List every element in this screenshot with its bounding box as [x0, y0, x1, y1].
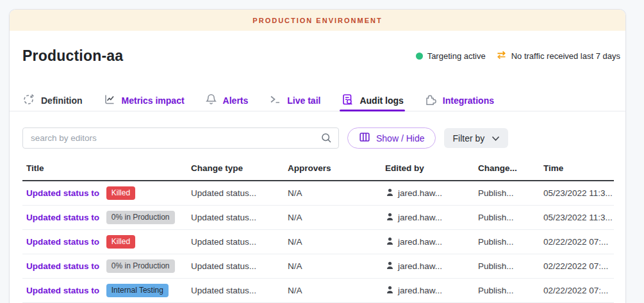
person-icon: [385, 285, 395, 297]
cell-edited-by: jared.haw...: [398, 237, 442, 247]
definition-icon: [22, 93, 35, 108]
cell-change-type: Updated status...: [191, 181, 288, 206]
tab-label: Live tail: [287, 95, 320, 106]
cell-approvers: N/A: [288, 254, 385, 279]
audit-toolbar: Show / Hide Filter by: [22, 127, 613, 149]
audit-table-body: Updated status to Killed Updated status.…: [22, 181, 614, 303]
cell-change: Publish...: [478, 279, 543, 303]
show-hide-label: Show / Hide: [376, 133, 424, 143]
tab-integrations[interactable]: Integrations: [424, 90, 494, 111]
search-wrapper: [22, 127, 339, 149]
page-header: Production-aa Targeting active No traffi…: [22, 45, 620, 66]
cell-edited-by: jared.haw...: [398, 188, 442, 198]
status-badge: Killed: [106, 235, 135, 249]
flag-detail-card: PRODUCTION ENVIRONMENT Production-aa Tar…: [9, 9, 626, 303]
table-row[interactable]: Updated status to Internal Testing Updat…: [22, 279, 614, 303]
chevron-down-icon: [491, 133, 500, 143]
col-title: Title: [22, 158, 191, 181]
cell-time: 02/22/2022 07:...: [543, 230, 614, 254]
tab-label: Audit logs: [359, 95, 403, 106]
col-change-type: Change type: [191, 158, 288, 181]
cell-approvers: N/A: [288, 206, 385, 230]
puzzle-icon: [424, 93, 437, 108]
col-change: Change...: [478, 158, 543, 181]
table-header-row: Title Change type Approvers Edited by Ch…: [22, 158, 614, 181]
show-hide-button[interactable]: Show / Hide: [347, 127, 436, 149]
traffic-status: No traffic received last 7 days: [496, 51, 620, 61]
audit-log-icon: [341, 93, 354, 108]
tab-label: Definition: [41, 95, 83, 106]
status-badge: 0% in Production: [106, 259, 175, 273]
cell-edited-by: jared.haw...: [398, 213, 442, 222]
search-icon: [320, 132, 333, 147]
filter-by-label: Filter by: [452, 133, 484, 143]
status-badge: Killed: [106, 186, 135, 200]
cell-change: Publish...: [478, 230, 543, 254]
page-title: Production-aa: [22, 47, 123, 65]
cell-approvers: N/A: [288, 230, 385, 254]
row-title-link[interactable]: Updated status to: [26, 213, 99, 222]
bell-icon: [205, 93, 217, 108]
tab-bar: Definition Metrics impact Alerts: [10, 90, 625, 111]
tab-definition[interactable]: Definition: [22, 90, 83, 111]
cell-change-type: Updated status...: [191, 279, 288, 303]
col-approvers: Approvers: [288, 158, 385, 181]
table-row[interactable]: Updated status to 0% in Production Updat…: [22, 206, 614, 230]
cell-edited-by: jared.haw...: [398, 286, 442, 295]
targeting-status: Targeting active: [416, 51, 486, 61]
cell-change: Publish...: [478, 181, 543, 206]
row-title-link[interactable]: Updated status to: [26, 188, 99, 198]
terminal-icon: [268, 93, 281, 108]
cell-change: Publish...: [478, 206, 543, 230]
tab-audit-logs[interactable]: Audit logs: [341, 90, 403, 111]
status-badge: 0% in Production: [106, 211, 175, 224]
cell-approvers: N/A: [288, 279, 385, 303]
traffic-arrows-icon: [496, 51, 507, 61]
tab-live-tail[interactable]: Live tail: [268, 90, 320, 111]
audit-log-table: Title Change type Approvers Edited by Ch…: [22, 158, 614, 303]
col-time: Time: [543, 158, 614, 181]
col-edited-by: Edited by: [385, 158, 478, 181]
person-icon: [385, 212, 395, 224]
metrics-chart-icon: [103, 93, 116, 108]
table-row[interactable]: Updated status to Killed Updated status.…: [22, 181, 614, 206]
tab-metrics-impact[interactable]: Metrics impact: [103, 90, 185, 111]
columns-icon: [359, 131, 370, 145]
table-row[interactable]: Updated status to Killed Updated status.…: [22, 230, 614, 254]
cell-change-type: Updated status...: [191, 206, 288, 230]
tab-label: Metrics impact: [122, 95, 185, 106]
banner-label: PRODUCTION ENVIRONMENT: [252, 17, 382, 24]
targeting-status-label: Targeting active: [427, 51, 486, 61]
production-environment-banner: PRODUCTION ENVIRONMENT: [10, 10, 625, 31]
cell-time: 05/23/2022 11:3...: [543, 206, 614, 230]
cell-approvers: N/A: [288, 181, 385, 206]
tab-label: Integrations: [443, 95, 494, 106]
person-icon: [385, 236, 395, 248]
status-badge: Internal Testing: [106, 284, 169, 297]
filter-by-button[interactable]: Filter by: [444, 128, 508, 148]
cell-time: 02/22/2022 07:...: [543, 279, 614, 303]
status-group: Targeting active No traffic received las…: [416, 51, 620, 61]
row-title-link[interactable]: Updated status to: [26, 286, 99, 295]
cell-time: 02/22/2022 07:...: [543, 254, 614, 279]
row-title-link[interactable]: Updated status to: [26, 261, 99, 271]
row-title-link[interactable]: Updated status to: [26, 237, 99, 247]
cell-time: 05/23/2022 11:3...: [543, 181, 614, 206]
person-icon: [385, 261, 395, 272]
cell-change-type: Updated status...: [191, 254, 288, 279]
targeting-active-dot-icon: [416, 53, 423, 60]
tab-label: Alerts: [223, 95, 249, 106]
person-icon: [385, 188, 395, 199]
table-row[interactable]: Updated status to 0% in Production Updat…: [22, 254, 614, 279]
cell-edited-by: jared.haw...: [398, 261, 442, 271]
search-input[interactable]: [22, 127, 339, 149]
cell-change: Publish...: [478, 254, 543, 279]
cell-change-type: Updated status...: [191, 230, 288, 254]
traffic-status-label: No traffic received last 7 days: [511, 51, 620, 61]
tab-alerts[interactable]: Alerts: [205, 90, 249, 111]
